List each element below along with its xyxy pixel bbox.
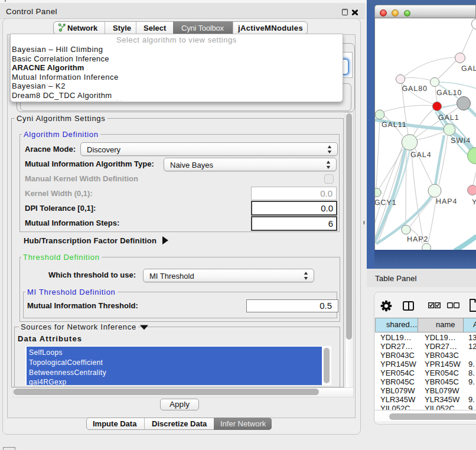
svg-text:HAP2: HAP2 — [407, 235, 428, 243]
svg-text:GAL80: GAL80 — [402, 84, 428, 93]
svg-text:SWI4: SWI4 — [451, 136, 471, 145]
svg-text:GAL4: GAL4 — [410, 151, 432, 159]
svg-text:GAL: GAL — [461, 64, 476, 73]
svg-text:GAL1: GAL1 — [438, 113, 459, 122]
svg-text:GCY1: GCY1 — [375, 198, 397, 207]
svg-text:GAL10: GAL10 — [436, 89, 462, 97]
svg-text:GAL11: GAL11 — [382, 120, 407, 129]
svg-text:HAP4: HAP4 — [436, 197, 457, 206]
svg-text:Y: Y — [472, 198, 476, 206]
